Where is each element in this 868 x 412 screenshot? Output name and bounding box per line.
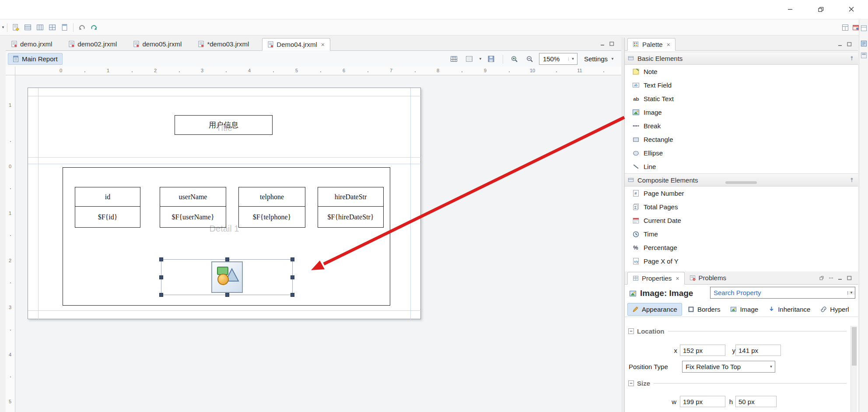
editor-tab-demo[interactable]: demo.jrxml — [8, 38, 56, 50]
layout-grid-button[interactable] — [47, 22, 58, 33]
zoom-out-button[interactable] — [524, 53, 536, 65]
resize-handle-sw[interactable] — [159, 293, 163, 297]
window-close-button[interactable] — [841, 1, 861, 18]
properties-scrollbar-track[interactable] — [850, 326, 857, 412]
field-header-cell[interactable]: telphone — [239, 187, 305, 207]
redo-button[interactable] — [88, 22, 100, 33]
main-report-tab[interactable]: Main Report — [8, 53, 63, 65]
palette-item-break[interactable]: Break — [625, 119, 858, 133]
minimize-view-icon[interactable] — [600, 41, 605, 46]
palette-item-ellipse[interactable]: Ellipse — [625, 146, 858, 160]
x-position-input[interactable] — [680, 345, 725, 356]
field-column-hiredatestr[interactable]: hireDateStr $F{hireDateStr} — [318, 187, 384, 228]
field-column-telphone[interactable]: telphone $F{telphone} — [238, 187, 305, 228]
category-tab-image[interactable]: Image — [726, 303, 763, 316]
palette-item-line[interactable]: Line — [625, 160, 858, 173]
window-restore-button[interactable] — [811, 1, 831, 18]
window-minimize-button[interactable] — [780, 1, 800, 18]
resize-handle-n[interactable] — [225, 257, 229, 261]
field-expression-cell[interactable]: $F{userName} — [160, 207, 226, 227]
restore-panel-icon[interactable] — [861, 25, 867, 32]
category-tab-inheritance[interactable]: Inheritance — [764, 303, 815, 316]
maximize-view-icon[interactable] — [847, 42, 852, 47]
search-property-combo[interactable]: Search Property ▼ — [710, 287, 855, 299]
resize-handle-s[interactable] — [225, 293, 229, 297]
outline-view-icon[interactable] — [861, 40, 867, 47]
palette-drawer-basic-elements[interactable]: Basic Elements — [625, 52, 858, 65]
tab-close-icon[interactable]: × — [676, 275, 679, 282]
width-input[interactable] — [680, 396, 725, 407]
minimized-view-icon[interactable] — [861, 52, 867, 59]
tab-close-icon[interactable]: × — [667, 41, 670, 48]
palette-item-time[interactable]: Time — [625, 227, 858, 241]
toolbar-overflow-button[interactable]: ▼ — [1, 26, 5, 29]
pin-icon[interactable] — [849, 55, 855, 61]
palette-item-current-date[interactable]: Current Date — [625, 214, 858, 227]
pin-icon[interactable] — [849, 177, 855, 183]
document-button[interactable] — [59, 22, 70, 33]
palette-tab[interactable]: Palette × — [627, 38, 676, 51]
minimize-view-icon[interactable] — [837, 42, 843, 47]
layout-vertical-button[interactable] — [35, 22, 46, 33]
design-canvas[interactable]: Title 用户信息 Detail 1 id $F{id} userName $… — [15, 75, 621, 412]
editor-tab-demo05[interactable]: demo05.jrxml — [130, 38, 185, 50]
minimize-view-icon[interactable] — [837, 275, 843, 281]
resize-handle-nw[interactable] — [159, 257, 163, 261]
editor-tab-demo03-dirty[interactable]: *demo03.jrxml — [195, 38, 252, 50]
vertical-ruler[interactable]: 1 0 1 2 3 4 5 — [6, 75, 15, 412]
properties-scrollbar-thumb[interactable] — [852, 327, 857, 366]
palette-item-page-number[interactable]: # Page Number — [625, 187, 858, 200]
category-tab-appearance[interactable]: Appearance — [627, 303, 682, 316]
resize-handle-se[interactable] — [290, 293, 294, 297]
category-tab-borders[interactable]: Borders — [683, 303, 725, 316]
y-position-input[interactable] — [735, 345, 781, 356]
settings-button[interactable]: Settings ▼ — [581, 53, 618, 65]
category-tab-hyperlink[interactable]: Hyperl — [816, 303, 853, 316]
field-header-cell[interactable]: userName — [160, 187, 226, 207]
table-view-button[interactable] — [448, 53, 460, 65]
resize-handle-w[interactable] — [159, 275, 163, 279]
palette-hscrollbar-thumb[interactable] — [725, 181, 757, 184]
tab-close-icon[interactable]: × — [321, 41, 325, 48]
palette-item-note[interactable]: Note — [625, 65, 858, 78]
problems-tab[interactable]: Problems — [685, 271, 731, 284]
palette-item-rectangle[interactable]: Rectangle — [625, 133, 858, 146]
field-expression-cell[interactable]: $F{id} — [75, 207, 140, 227]
editor-tab-demo04-active[interactable]: Demo04.jrxml × — [262, 38, 330, 51]
collapse-icon[interactable]: − — [628, 328, 634, 334]
palette-item-page-x-of-y[interactable]: x/y Page X of Y — [625, 254, 858, 268]
new-report-wizard-button[interactable] — [10, 22, 21, 33]
size-section-header[interactable]: − Size — [628, 380, 847, 387]
palette-item-static-text[interactable]: ab Static Text — [625, 92, 858, 106]
field-expression-cell[interactable]: $F{telphone} — [239, 207, 305, 227]
field-header-cell[interactable]: hireDateStr — [318, 187, 383, 207]
zoom-level-combo[interactable]: 150% ▼ — [539, 53, 578, 65]
panel-sash[interactable] — [621, 38, 624, 412]
position-type-dropdown[interactable]: Fix Relative To Top ▼ — [682, 361, 775, 373]
field-column-username[interactable]: userName $F{userName} — [160, 187, 226, 228]
palette-item-image[interactable]: Image — [625, 106, 858, 119]
resize-handle-e[interactable] — [290, 275, 294, 279]
palette-item-percentage[interactable]: % Percentage — [625, 241, 858, 254]
grid-snap-button[interactable] — [464, 53, 475, 65]
collapse-icon[interactable]: − — [628, 380, 634, 386]
palette-drawer-composite-elements[interactable]: Composite Elements — [625, 173, 858, 187]
field-column-id[interactable]: id $F{id} — [75, 187, 140, 228]
field-expression-cell[interactable]: $F{hireDateStr} — [318, 207, 383, 227]
maximize-view-icon[interactable] — [847, 275, 852, 281]
editor-layout-button[interactable] — [840, 22, 851, 33]
palette-item-text-field[interactable]: ab Text Field — [625, 78, 858, 92]
field-header-cell[interactable]: id — [75, 187, 140, 207]
maximize-view-icon[interactable] — [609, 41, 614, 46]
horizontal-ruler[interactable]: 0 1 2 3 4 5 6 7 8 9 10 11 — [15, 67, 621, 75]
properties-tab[interactable]: Properties × — [627, 272, 685, 285]
detach-view-icon[interactable] — [819, 275, 824, 281]
undo-button[interactable] — [76, 22, 88, 33]
palette-item-total-pages[interactable]: Σ Total Pages — [625, 200, 858, 214]
location-section-header[interactable]: − Location — [628, 327, 847, 335]
title-static-text-element[interactable]: 用户信息 — [175, 115, 273, 135]
grid-options-caret[interactable]: ▼ — [479, 57, 482, 61]
report-page[interactable]: Title 用户信息 Detail 1 id $F{id} userName $… — [28, 88, 421, 319]
view-menu-icon[interactable] — [828, 275, 833, 281]
layout-horizontal-button[interactable] — [22, 22, 34, 33]
